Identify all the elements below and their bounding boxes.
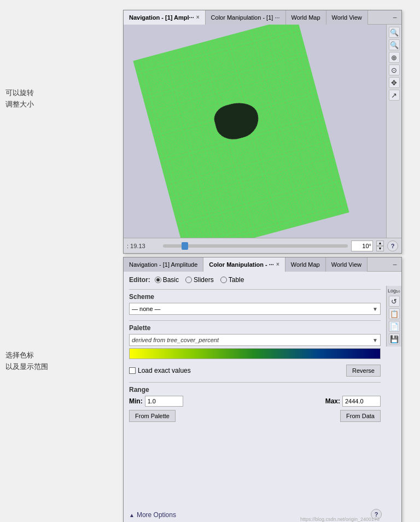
range-buttons-row: From Palette From Data [129,410,381,422]
tab-world-map-2[interactable]: World Map [285,257,326,272]
divider-2 [129,320,381,321]
palette-value: derived from tree_cover_percent [132,337,219,343]
min-input-group: Min: [129,396,183,407]
palette-dropdown-arrow: ▼ [372,337,378,343]
region-blob [211,98,262,144]
image-viewer: 🔍 🔍 ⊕ ⊙ ✥ ↗ [124,25,401,238]
tab-bar-2: Navigation - [1] Amplitude Color Manipul… [124,257,401,272]
slider-thumb[interactable] [182,242,188,250]
watermark-text: https://blog.csdn.net/origin_2400173 [300,517,380,522]
minimize-button-2[interactable]: − [388,257,401,272]
zoom-up-btn[interactable]: ▲ [376,241,384,246]
zoom-fit-icon[interactable]: ⊕ [389,52,400,63]
copy-icon[interactable]: 📋 [389,308,400,319]
editor-label: Editor: [129,276,150,284]
min-input[interactable] [145,396,183,407]
chevron-up-icon: ▲ [129,512,135,518]
palette-label: Palette [129,324,381,332]
from-data-button[interactable]: From Data [340,410,381,422]
viewer-toolbar: 🔍 🔍 ⊕ ⊙ ✥ ↗ [386,25,401,238]
log10-label: Log₁₀ [388,288,400,294]
satellite-image [133,25,349,238]
range-section: Range Min: Max: From Palette From Data [129,386,381,422]
scheme-dropdown[interactable]: — none — ▼ [129,303,381,315]
panel-color-manipulation: Navigation - [1] Amplitude Color Manipul… [123,257,402,522]
radio-sliders-circle [185,277,192,283]
tab-navigation-amplitude[interactable]: Navigation - [1] Ampl··· × [124,10,206,25]
tab-navigation-2[interactable]: Navigation - [1] Amplitude [124,257,203,272]
panel-navigation: Navigation - [1] Ampl··· × Color Manipul… [123,10,402,254]
palette-gradient [129,348,381,359]
top-annotation: 可以旋转 调整大小 [5,87,34,110]
min-label: Min: [129,397,143,405]
tab-close-icon-2[interactable]: × [276,261,279,267]
coord-display: : 19.13 [127,243,160,249]
range-label: Range [129,386,381,394]
palette-dropdown[interactable]: derived from tree_cover_percent ▼ [129,334,381,346]
tab-world-view-2[interactable]: World View [326,257,368,272]
tab-world-map-1[interactable]: World Map [286,10,326,25]
max-input-group: Max: [325,396,381,407]
tab-close-icon[interactable]: × [196,14,200,20]
zoom-actual-icon[interactable]: ⊙ [389,64,400,75]
max-label: Max: [325,397,340,405]
reverse-button[interactable]: Reverse [346,365,381,377]
scheme-label: Scheme [129,293,381,301]
divider-1 [129,289,381,290]
pan-icon[interactable]: ✥ [389,77,400,88]
zoom-out-icon[interactable]: 🔍 [389,39,400,50]
save-icon[interactable]: 💾 [389,333,400,344]
zoom-in-icon[interactable]: 🔍 [389,27,400,38]
tab-bar-1: Navigation - [1] Ampl··· × Color Manipul… [124,10,401,25]
zoom-slider[interactable] [163,244,348,248]
palette-section: Palette derived from tree_cover_percent … [129,324,381,359]
tab-world-view-1[interactable]: World View [326,10,368,25]
scheme-dropdown-arrow: ▼ [372,306,378,312]
more-options-link[interactable]: ▲ More Options [129,511,176,519]
radio-basic[interactable]: Basic [155,276,179,284]
radio-table-circle [220,277,227,283]
minimize-button-1[interactable]: − [388,10,401,25]
zoom-down-btn[interactable]: ▼ [376,246,384,251]
file-icon[interactable]: 📄 [389,321,400,332]
radio-table[interactable]: Table [220,276,244,284]
reset-icon[interactable]: ↺ [389,296,400,307]
load-exact-checkbox[interactable]: Load exact values [129,367,191,374]
cm-toolbar: Log₁₀ ↺ 📋 📄 💾 [386,286,401,347]
help-button-1[interactable]: ? [387,241,398,251]
max-input[interactable] [342,396,381,407]
cm-main-content: Editor: Basic Sliders Table [124,272,386,432]
editor-row: Editor: Basic Sliders Table [129,276,381,284]
editor-radio-group: Basic Sliders Table [155,276,244,284]
viewer-bottom-bar: : 19.13 ▲ ▼ ? [124,238,401,253]
radio-basic-circle [155,277,161,283]
tab-color-manip-active[interactable]: Color Manipulation - ··· × [203,257,285,272]
zoom-input[interactable] [351,241,373,251]
scheme-dropdown-row: — none — ▼ [129,303,381,315]
range-minmax-row: Min: Max: [129,396,381,407]
bottom-annotation: 选择色标 以及显示范围 [5,350,48,373]
select-icon[interactable]: ↗ [389,90,400,101]
zoom-spinners: ▲ ▼ [376,241,384,251]
divider-3 [129,382,381,383]
checkbox-box [129,367,136,374]
radio-sliders[interactable]: Sliders [185,276,214,284]
color-manip-panel-body: Log₁₀ ↺ 📋 📄 💾 Editor: Basic Sliders [124,272,401,522]
checkbox-row: Load exact values Reverse [129,365,381,377]
from-palette-button[interactable]: From Palette [129,410,176,422]
tab-color-manipulation-1[interactable]: Color Manipulation - [1] ··· [206,10,286,25]
